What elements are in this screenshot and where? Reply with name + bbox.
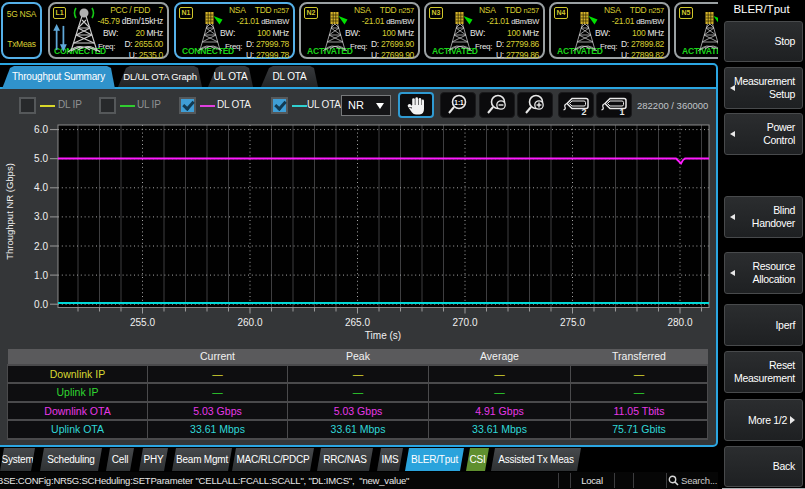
svg-text:6.0: 6.0 (34, 124, 48, 135)
svg-text:280.0: 280.0 (667, 317, 692, 328)
svg-text:2: 2 (581, 107, 586, 117)
svg-text:1:1: 1:1 (454, 99, 464, 106)
svg-text:255.0: 255.0 (130, 317, 155, 328)
svg-text:4.0: 4.0 (34, 182, 48, 193)
svg-text:0.0: 0.0 (34, 299, 48, 310)
svg-text:3.0: 3.0 (34, 211, 48, 222)
svg-text:260.0: 260.0 (237, 317, 262, 328)
svg-text:1.0: 1.0 (34, 270, 48, 281)
svg-text:Time (s): Time (s) (365, 330, 401, 341)
svg-text:2.0: 2.0 (34, 241, 48, 252)
svg-text:275.0: 275.0 (560, 317, 585, 328)
svg-text:265.0: 265.0 (345, 317, 370, 328)
svg-text:1: 1 (619, 107, 624, 117)
svg-text:5.0: 5.0 (34, 153, 48, 164)
svg-text:270.0: 270.0 (452, 317, 477, 328)
